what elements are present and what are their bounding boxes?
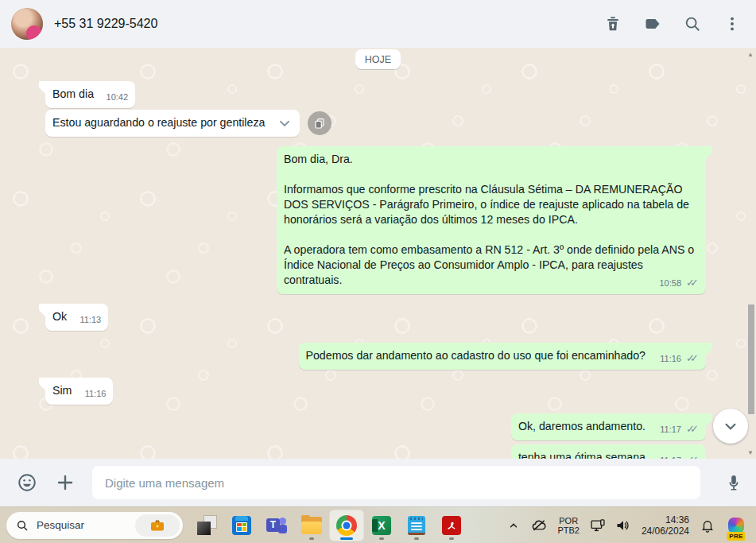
message-meta: 11:13: [79, 312, 101, 328]
cast-display-icon[interactable]: [589, 510, 607, 541]
message-meta: 11:17✓✓: [660, 422, 699, 437]
label-icon[interactable]: [643, 14, 662, 33]
tray-clock[interactable]: 14:36 24/06/2024: [640, 510, 691, 541]
system-tray: POR PTB2 14:36 24/06/2024: [505, 510, 751, 541]
message-row: Ok11:13: [0, 304, 756, 331]
message-bubble-in[interactable]: Estou aguardando o reajuste por gentilez…: [45, 110, 300, 137]
taskbar-app-icons: T X: [189, 510, 469, 541]
delete-chat-icon[interactable]: [603, 14, 622, 33]
message-bubble-out[interactable]: Podemos dar andamento ao cadastro do uso…: [299, 343, 707, 370]
tray-time: 14:36: [665, 514, 689, 526]
chevron-down-icon: [722, 417, 739, 435]
scrollbar-down-arrow[interactable]: ▼: [747, 449, 754, 456]
tray-chevron-up-icon[interactable]: [505, 510, 522, 541]
message-bubble-out[interactable]: tenha uma ótima semana11:17✓✓: [511, 444, 706, 459]
teams-icon: T: [266, 516, 287, 535]
message-row: Podemos dar andamento ao cadastro do uso…: [0, 343, 756, 370]
message-bubble-out[interactable]: Ok, daremos andamento.11:17✓✓: [511, 413, 706, 440]
message-text: Podemos dar andamento ao cadastro do uso…: [306, 348, 646, 363]
message-row: tenha uma ótima semana11:17✓✓: [0, 444, 756, 459]
emoji-icon[interactable]: [16, 471, 38, 494]
attach-plus-icon[interactable]: [54, 471, 76, 494]
excel-icon: X: [372, 516, 391, 535]
notifications-bell-icon[interactable]: [699, 510, 716, 541]
message-text: Bom dia: [52, 87, 94, 102]
running-indicator: [309, 537, 314, 540]
language-indicator[interactable]: POR PTB2: [556, 510, 581, 541]
scrollbar-up-arrow[interactable]: ▲: [747, 51, 754, 58]
briefcase-icon: [149, 519, 165, 532]
scrollbar-thumb[interactable]: [748, 304, 754, 414]
excel-button[interactable]: X: [364, 510, 399, 541]
message-text: Sim: [52, 383, 72, 398]
message-composer: [0, 459, 756, 506]
double-check-icon: ✓✓: [686, 275, 699, 290]
chrome-icon: [336, 515, 357, 536]
message-row: Bom dia10:42: [0, 81, 756, 108]
running-indicator: [449, 537, 454, 540]
onedrive-paused-icon[interactable]: [530, 510, 548, 541]
menu-kebab-icon[interactable]: [723, 14, 742, 33]
search-label: Pesquisar: [37, 519, 127, 531]
active-indicator: [340, 537, 353, 540]
language-top: POR: [559, 516, 578, 526]
message-text: [284, 227, 699, 242]
message-row: Sim11:16: [0, 378, 756, 405]
search-icon: [16, 519, 29, 532]
contact-phone-title[interactable]: +55 31 9229-5420: [54, 17, 157, 31]
message-bubble-in[interactable]: Bom dia10:42: [45, 81, 135, 108]
date-pill: HOJE: [355, 49, 401, 69]
message-time: 11:16: [85, 386, 107, 401]
volume-icon[interactable]: [614, 510, 632, 541]
taskbar-search-box[interactable]: Pesquisar: [6, 512, 183, 539]
message-meta: 10:58✓✓: [659, 276, 699, 291]
message-list: Bom dia10:42Estou aguardando o reajuste …: [0, 81, 756, 459]
chat-message-area: HOJE Bom dia10:42Estou aguardando o reaj…: [0, 48, 756, 459]
copilot-icon: [728, 518, 744, 533]
message-text: Informamos que conforme prescrito na Clá…: [284, 182, 699, 227]
message-text: A operadora tem como embasamento a RN 51…: [284, 242, 699, 288]
windows-taskbar: Pesquisar T X: [0, 506, 756, 543]
message-time: 10:58: [659, 276, 681, 291]
microsoft-store-button[interactable]: [224, 510, 259, 541]
file-explorer-button[interactable]: [294, 510, 329, 541]
running-indicator: [414, 537, 419, 540]
chat-header: +55 31 9229-5420: [0, 0, 756, 48]
copilot-button[interactable]: PRE: [724, 510, 748, 541]
message-input[interactable]: [92, 466, 700, 499]
message-bubble-out[interactable]: Bom dia, Dra.Informamos que conforme pre…: [277, 146, 706, 294]
file-explorer-icon: [301, 517, 322, 534]
chrome-button[interactable]: [329, 510, 364, 541]
header-actions: [603, 14, 742, 33]
message-meta: 11:16✓✓: [660, 351, 699, 367]
message-row: Estou aguardando o reajuste por gentilez…: [0, 110, 756, 137]
message-row: Bom dia, Dra.Informamos que conforme pre…: [0, 146, 756, 294]
task-view-icon: [197, 516, 216, 535]
contact-avatar[interactable]: [11, 8, 43, 40]
microphone-icon[interactable]: [723, 471, 745, 494]
search-icon[interactable]: [683, 14, 702, 33]
double-check-icon: ✓✓: [686, 351, 699, 366]
running-indicator: [379, 537, 384, 540]
whatsapp-desktop-window: { "header": { "title": "+55 31 9229-5420…: [0, 0, 756, 543]
microsoft-store-icon: [232, 516, 251, 535]
message-time: 10:42: [107, 90, 129, 105]
search-daily-highlight[interactable]: [135, 514, 180, 537]
message-meta: 10:42: [107, 90, 129, 105]
task-view-button[interactable]: [189, 510, 224, 541]
message-text: Bom dia, Dra.: [284, 152, 699, 167]
teams-button[interactable]: T: [259, 510, 294, 541]
notepad-button[interactable]: [399, 510, 434, 541]
date-divider: HOJE: [0, 49, 756, 69]
copy-overlay-button[interactable]: [308, 111, 331, 135]
message-menu-chevron-icon[interactable]: [277, 115, 293, 131]
message-bubble-in[interactable]: Ok11:13: [45, 304, 108, 331]
scroll-to-bottom-button[interactable]: [713, 409, 748, 444]
message-text: tenha uma ótima semana: [518, 450, 646, 459]
message-text: Ok, daremos andamento.: [518, 419, 646, 434]
message-bubble-in[interactable]: Sim11:16: [45, 378, 113, 405]
acrobat-icon: [442, 516, 461, 535]
acrobat-button[interactable]: [434, 510, 469, 541]
message-text: Ok: [52, 309, 67, 324]
copilot-preview-badge: PRE: [727, 532, 745, 541]
